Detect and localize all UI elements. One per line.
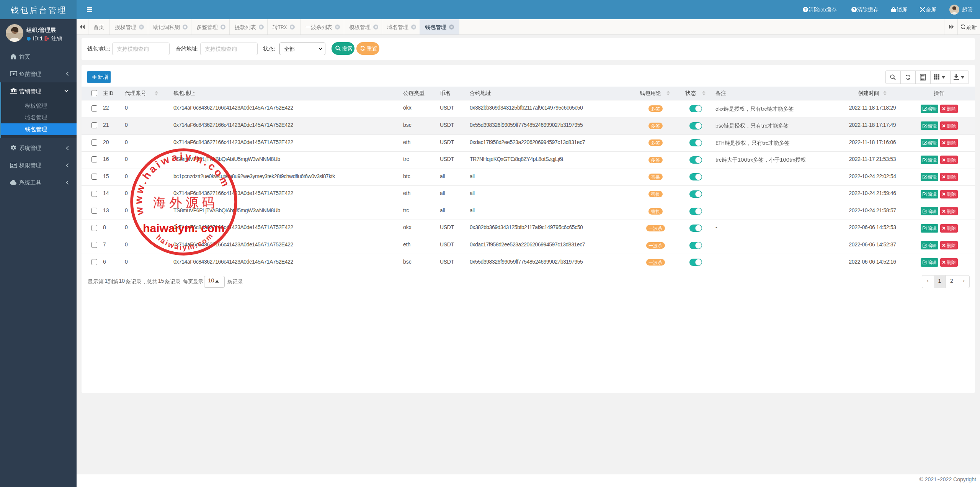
svg-text:?: ? [853, 7, 855, 12]
svg-text:?: ? [804, 7, 807, 12]
